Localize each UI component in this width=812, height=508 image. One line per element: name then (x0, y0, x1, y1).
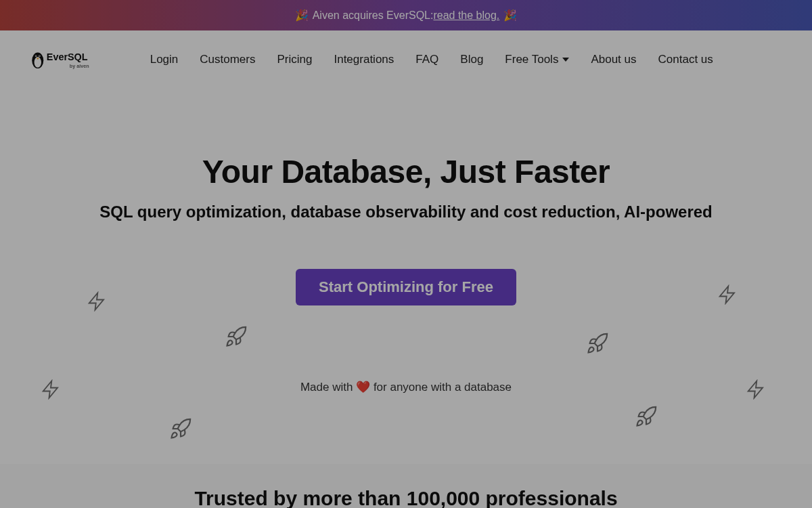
nav-links: Login Customers Pricing Integrations FAQ… (150, 53, 713, 66)
party-popper-icon: 🎉 (503, 9, 517, 22)
nav-contact-us[interactable]: Contact us (658, 53, 713, 66)
navbar: EverSQL by aiven Login Customers Pricing… (0, 30, 812, 88)
nav-faq[interactable]: FAQ (415, 53, 438, 66)
rocket-icon (635, 405, 658, 428)
made-with-suffix: for anyone with a database (374, 381, 512, 394)
lightning-icon (87, 291, 107, 312)
lightning-icon (746, 379, 766, 400)
banner-text-prefix: Aiven acquires EverSQL: (313, 9, 434, 22)
lightning-icon (41, 379, 61, 400)
made-with-text: Made with ❤️ for anyone with a database (0, 380, 812, 394)
nav-blog[interactable]: Blog (460, 53, 483, 66)
made-with-prefix: Made with (300, 381, 353, 394)
svg-point-4 (35, 56, 36, 56)
heart-icon: ❤️ (356, 381, 370, 394)
start-optimizing-button[interactable]: Start Optimizing for Free (296, 269, 516, 305)
nav-integrations[interactable]: Integrations (334, 53, 394, 66)
svg-marker-10 (748, 381, 763, 398)
lightning-icon (717, 284, 738, 305)
rocket-icon (169, 417, 192, 440)
logo-brand-text: EverSQL (47, 51, 88, 62)
nav-customers[interactable]: Customers (200, 53, 255, 66)
hero-title: Your Database, Just Faster (0, 153, 812, 190)
announcement-banner[interactable]: 🎉 Aiven acquires EverSQL: read the blog.… (0, 0, 812, 30)
trusted-title: Trusted by more than 100,000 professiona… (0, 487, 812, 508)
party-popper-icon: 🎉 (295, 9, 309, 22)
svg-marker-8 (43, 381, 58, 398)
hero-section: Your Database, Just Faster SQL query opt… (0, 88, 812, 464)
rocket-icon (586, 332, 609, 355)
logo[interactable]: EverSQL by aiven (30, 48, 110, 71)
svg-marker-9 (720, 287, 734, 303)
nav-pricing[interactable]: Pricing (277, 53, 312, 66)
chevron-down-icon (562, 58, 569, 62)
eversql-logo-icon: EverSQL by aiven (30, 48, 110, 71)
rocket-icon (225, 325, 248, 348)
svg-marker-7 (89, 293, 104, 310)
trusted-section: Trusted by more than 100,000 professiona… (0, 464, 812, 508)
banner-link[interactable]: read the blog. (433, 9, 499, 22)
nav-free-tools-dropdown[interactable]: Free Tools (505, 53, 569, 66)
nav-login[interactable]: Login (150, 53, 179, 66)
nav-about-us[interactable]: About us (591, 53, 636, 66)
hero-subtitle: SQL query optimization, database observa… (0, 203, 812, 221)
svg-point-5 (39, 56, 40, 56)
nav-free-tools-label: Free Tools (505, 53, 558, 66)
logo-byline-text: by aiven (70, 62, 89, 68)
